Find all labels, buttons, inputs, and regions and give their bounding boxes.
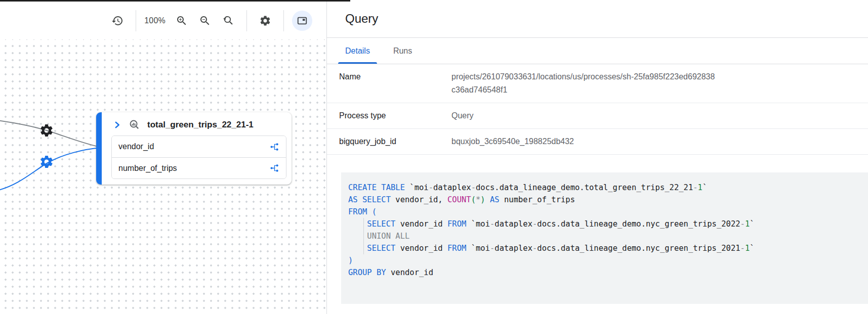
code-line: CREATE TABLE `moi-dataplex-docs.data_lin… bbox=[348, 182, 860, 194]
detail-label: Name bbox=[339, 70, 451, 83]
expand-chevron-icon[interactable] bbox=[112, 120, 121, 129]
code-line: SELECT vendor_id FROM `moi-dataplex-docs… bbox=[348, 242, 860, 254]
data-lineage-app: 100% bbox=[0, 0, 868, 314]
detail-value: Query bbox=[451, 109, 474, 122]
zoom-reset-button[interactable] bbox=[218, 11, 238, 31]
bigquery-table-icon bbox=[129, 119, 140, 130]
node-field-row[interactable]: number_of_trips bbox=[112, 157, 286, 178]
column-lineage-icon[interactable] bbox=[270, 163, 279, 173]
gear-icon bbox=[39, 154, 54, 169]
zoom-out-button[interactable] bbox=[195, 11, 215, 31]
field-name: number_of_trips bbox=[118, 164, 177, 173]
code-line: AS SELECT vendor_id, COUNT(*) AS number_… bbox=[348, 194, 860, 206]
zoom-level-label: 100% bbox=[144, 16, 166, 25]
zoom-in-button[interactable] bbox=[172, 11, 192, 31]
lineage-canvas-pane: 100% bbox=[0, 0, 326, 314]
lineage-node-card[interactable]: total_green_trips_22_21-1 vendor_idnumbe… bbox=[96, 112, 292, 185]
tab-runs[interactable]: Runs bbox=[386, 38, 419, 64]
panel-tabs: Details Runs bbox=[327, 38, 868, 64]
side-panel-toggle-icon bbox=[297, 15, 308, 26]
node-field-row[interactable]: vendor_id bbox=[112, 136, 286, 157]
column-lineage-icon[interactable] bbox=[270, 142, 279, 152]
sql-code-block[interactable]: CREATE TABLE `moi-dataplex-docs.data_lin… bbox=[341, 172, 868, 304]
node-title: total_green_trips_22_21-1 bbox=[147, 120, 254, 130]
lineage-graph-canvas[interactable]: total_green_trips_22_21-1 vendor_idnumbe… bbox=[0, 39, 326, 314]
detail-label: Process type bbox=[339, 109, 451, 122]
tab-runs-label: Runs bbox=[393, 47, 412, 56]
node-selected-bar bbox=[96, 112, 102, 185]
top-border bbox=[0, 0, 350, 2]
lineage-toolbar: 100% bbox=[0, 2, 326, 39]
settings-gear-icon bbox=[259, 15, 271, 27]
toolbar-divider bbox=[283, 10, 284, 31]
gear-icon bbox=[39, 123, 54, 138]
code-line: SELECT vendor_id FROM `moi-dataplex-docs… bbox=[348, 218, 860, 230]
detail-row-name: Name projects/261079033631/locations/us/… bbox=[327, 64, 868, 103]
process-gear-icon-dark[interactable] bbox=[39, 123, 54, 138]
tab-details-label: Details bbox=[345, 47, 370, 56]
panel-header: Query bbox=[327, 0, 868, 38]
details-table: Name projects/261079033631/locations/us/… bbox=[327, 64, 868, 155]
toolbar-divider bbox=[136, 10, 136, 31]
field-name: vendor_id bbox=[118, 142, 154, 151]
code-line: UNION ALL bbox=[348, 230, 860, 242]
detail-row-process-type: Process type Query bbox=[327, 103, 868, 129]
history-button[interactable] bbox=[107, 11, 128, 31]
detail-value: projects/261079033631/locations/us/proce… bbox=[451, 70, 717, 97]
zoom-out-icon bbox=[199, 15, 211, 27]
side-panel-toggle-button[interactable] bbox=[292, 11, 312, 31]
toolbar-divider bbox=[246, 10, 247, 31]
detail-label: bigquery_job_id bbox=[339, 135, 451, 148]
tab-details[interactable]: Details bbox=[338, 38, 377, 64]
code-line: FROM ( bbox=[348, 206, 860, 218]
detail-value: bquxjob_3c69540e_198825db432 bbox=[451, 135, 574, 148]
node-field-list: vendor_idnumber_of_trips bbox=[111, 136, 286, 179]
process-gear-icon-blue[interactable] bbox=[39, 154, 54, 169]
zoom-in-icon bbox=[176, 15, 188, 27]
code-line: ) bbox=[348, 254, 860, 266]
detail-row-bigquery-job-id: bigquery_job_id bquxjob_3c69540e_198825d… bbox=[327, 129, 868, 155]
zoom-reset-icon bbox=[222, 15, 234, 27]
node-header[interactable]: total_green_trips_22_21-1 bbox=[96, 112, 292, 136]
code-line: GROUP BY vendor_id bbox=[348, 266, 860, 279]
panel-title: Query bbox=[345, 12, 378, 26]
graph-settings-button[interactable] bbox=[255, 11, 275, 31]
history-icon bbox=[111, 15, 123, 27]
details-panel: Query Details Runs Name projects/2610790… bbox=[326, 0, 868, 314]
